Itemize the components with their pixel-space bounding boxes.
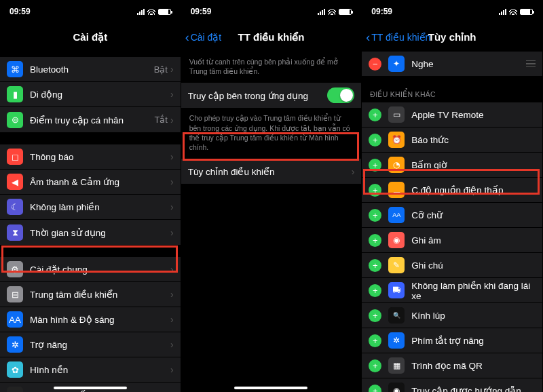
chevron-right-icon: ›: [170, 264, 174, 275]
timer-icon: ◔: [388, 157, 405, 173]
more-row-notes[interactable]: +✎Ghi chú: [362, 253, 542, 278]
settings-row-bluetooth[interactable]: ⌘BluetoothBật›: [0, 57, 181, 82]
signal-icon: [137, 9, 145, 15]
more-row-textsize[interactable]: +AACỡ chữ: [362, 203, 542, 228]
chevron-right-icon: ›: [170, 115, 174, 125]
add-button[interactable]: +: [369, 334, 381, 347]
settings-row-hotspot[interactable]: ⊚Điểm truy cập cá nhânTắt›: [0, 107, 181, 132]
more-row-timer[interactable]: +◔Bấm giờ: [362, 153, 542, 178]
notif-icon: ◻: [7, 149, 23, 165]
general-icon: ⚙: [7, 261, 23, 277]
chevron-right-icon: ›: [170, 339, 174, 350]
navbar: ‹Cài đặt TT điều khiển: [181, 23, 362, 52]
add-button[interactable]: +: [369, 385, 381, 393]
item-label: Kính lúp: [411, 311, 536, 321]
settings-row-access[interactable]: ✲Trợ năng›: [0, 332, 181, 357]
cc-icon: ⊟: [7, 286, 23, 302]
remove-button[interactable]: −: [369, 58, 381, 71]
settings-row-screentime[interactable]: ⧗Thời gian sử dụng›: [0, 220, 181, 245]
item-label: C.độ nguồn điện thấp: [411, 184, 536, 195]
back-label: TT điều khiển: [371, 32, 430, 43]
clock: 09:59: [191, 7, 212, 16]
sound-icon: ◀: [7, 174, 23, 190]
settings-row-cellular[interactable]: ▮Di động›: [0, 82, 181, 107]
item-label: Nghe: [411, 59, 522, 69]
back-button[interactable]: ‹TT điều khiển: [366, 31, 430, 43]
signal-icon: [499, 9, 506, 15]
more-row-lowpower[interactable]: +▂C.độ nguồn điện thấp: [362, 178, 542, 203]
chevron-right-icon: ›: [170, 176, 174, 187]
drag-handle-icon[interactable]: [526, 60, 536, 68]
cell-label: Siri & Tìm kiếm: [30, 389, 170, 392]
bluetooth-icon: ⌘: [7, 61, 23, 77]
settings-row-general[interactable]: ⚙Cài đặt chung›: [0, 257, 181, 282]
item-label: Apple TV Remote: [411, 110, 536, 120]
back-button[interactable]: ‹Cài đặt: [185, 31, 222, 43]
cell-label: Bluetooth: [30, 64, 154, 75]
cell-value: Tắt: [154, 115, 168, 125]
voicememo-icon: ◉: [388, 232, 405, 248]
display-icon: AA: [7, 311, 23, 328]
lowpower-icon: ▂: [388, 182, 405, 198]
more-row-atv[interactable]: +▭Apple TV Remote: [362, 102, 542, 128]
more-row-shortcut[interactable]: +✲Phím tắt trợ năng: [362, 328, 542, 353]
more-row-qr[interactable]: +▦Trình đọc mã QR: [362, 353, 542, 378]
item-label: Bấm giờ: [411, 159, 536, 170]
more-row-driving[interactable]: +⛟Không làm phiền khi đang lái xe: [362, 278, 542, 303]
status-indicators: [499, 9, 533, 15]
more-row-voicememo[interactable]: +◉Ghi âm: [362, 228, 542, 253]
included-row-ear[interactable]: −✦Nghe: [362, 52, 542, 77]
add-button[interactable]: +: [369, 209, 381, 222]
chevron-right-icon: ›: [170, 64, 174, 75]
cell-label: Di động: [30, 89, 170, 100]
navbar: Cài đặt: [0, 23, 181, 52]
add-button[interactable]: +: [369, 234, 381, 247]
add-button[interactable]: +: [369, 109, 381, 121]
status-bar: 09:59: [0, 0, 181, 23]
more-row-magnifier[interactable]: +🔍Kính lúp: [362, 303, 542, 328]
chevron-right-icon: ›: [170, 314, 174, 325]
settings-row-cc[interactable]: ⊟Trung tâm điều khiển›: [0, 282, 181, 307]
chevron-right-icon: ›: [352, 166, 355, 177]
toggle-switch[interactable]: [327, 87, 354, 103]
settings-row-sound[interactable]: ◀Âm thanh & Cảm ứng›: [0, 170, 181, 195]
cell-label: Trợ năng: [30, 339, 170, 350]
cell-label: Âm thanh & Cảm ứng: [30, 176, 170, 187]
wifi-icon: [147, 9, 155, 15]
settings-row-wallpaper[interactable]: ✿Hình nền›: [0, 357, 181, 383]
more-row-guided[interactable]: +◉Truy cập được hướng dẫn: [362, 378, 542, 392]
add-button[interactable]: +: [369, 159, 381, 172]
guided-icon: ◉: [388, 383, 405, 392]
cell-label: Hình nền: [30, 364, 170, 375]
add-button[interactable]: +: [369, 359, 381, 372]
more-row-alarm[interactable]: +⏰Báo thức: [362, 128, 542, 153]
item-label: Trình đọc mã QR: [411, 360, 536, 371]
nav-row-customize-controls[interactable]: Tùy chỉnh điều khiển ›: [181, 159, 362, 184]
cell-value: Bật: [154, 64, 168, 75]
wifi-icon: [328, 9, 336, 15]
add-button[interactable]: +: [369, 184, 381, 197]
page-title: TT điều khiển: [238, 31, 304, 43]
add-button[interactable]: +: [369, 259, 381, 272]
page-title: Cài đặt: [73, 31, 107, 43]
notes-icon: ✎: [388, 257, 405, 273]
add-button[interactable]: +: [369, 134, 381, 146]
settings-row-display[interactable]: AAMàn hình & Độ sáng›: [0, 307, 181, 332]
wallpaper-icon: ✿: [7, 361, 23, 378]
dnd-icon: ☾: [7, 199, 23, 215]
cell-label: Cài đặt chung: [30, 264, 170, 275]
add-button[interactable]: +: [369, 309, 381, 322]
home-indicator: [54, 387, 127, 389]
battery-icon: [339, 9, 352, 15]
toggle-row-access-in-app[interactable]: Truy cập bên trong ứng dụng: [181, 83, 362, 108]
item-label: Phím tắt trợ năng: [411, 335, 536, 346]
battery-icon: [520, 9, 533, 15]
cell-label: Không làm phiền: [30, 201, 170, 212]
chevron-right-icon: ›: [170, 151, 174, 162]
signal-icon: [318, 9, 325, 15]
clock: 09:59: [371, 7, 392, 16]
settings-row-dnd[interactable]: ☾Không làm phiền›: [0, 195, 181, 220]
settings-row-notif[interactable]: ◻Thông báo›: [0, 144, 181, 170]
add-button[interactable]: +: [369, 284, 381, 297]
atv-icon: ▭: [388, 106, 405, 123]
